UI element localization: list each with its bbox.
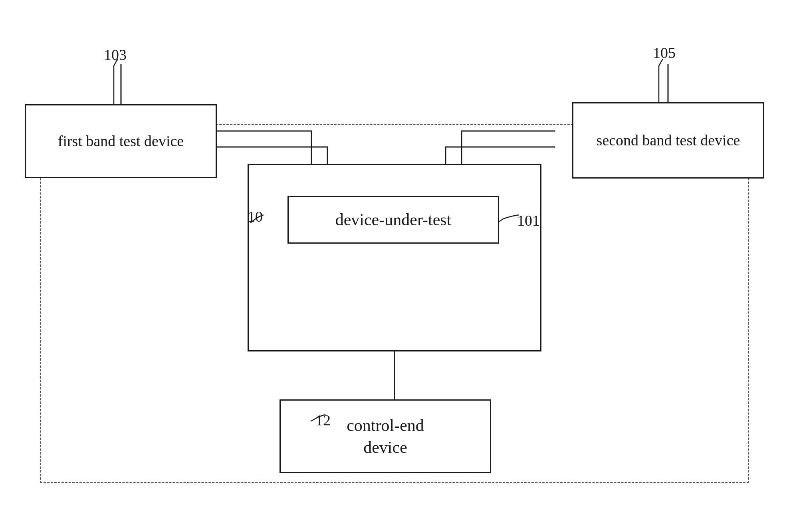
ref-10: 10	[248, 208, 263, 225]
second-band-box: second band test device	[572, 102, 764, 179]
control-box: control-enddevice	[280, 399, 491, 473]
diagram: first band test device second band test …	[0, 0, 789, 532]
outer-box	[248, 164, 541, 351]
control-label: control-enddevice	[347, 415, 424, 458]
first-band-box: first band test device	[25, 104, 217, 178]
ref-12: 12	[315, 411, 331, 429]
ref-101: 101	[517, 212, 540, 229]
second-band-label: second band test device	[597, 131, 740, 150]
first-band-label: first band test device	[58, 131, 184, 151]
dut-label: device-under-test	[335, 209, 452, 231]
dut-box: device-under-test	[287, 196, 499, 244]
ref-103: 103	[104, 46, 127, 64]
ref-105: 105	[653, 44, 676, 62]
